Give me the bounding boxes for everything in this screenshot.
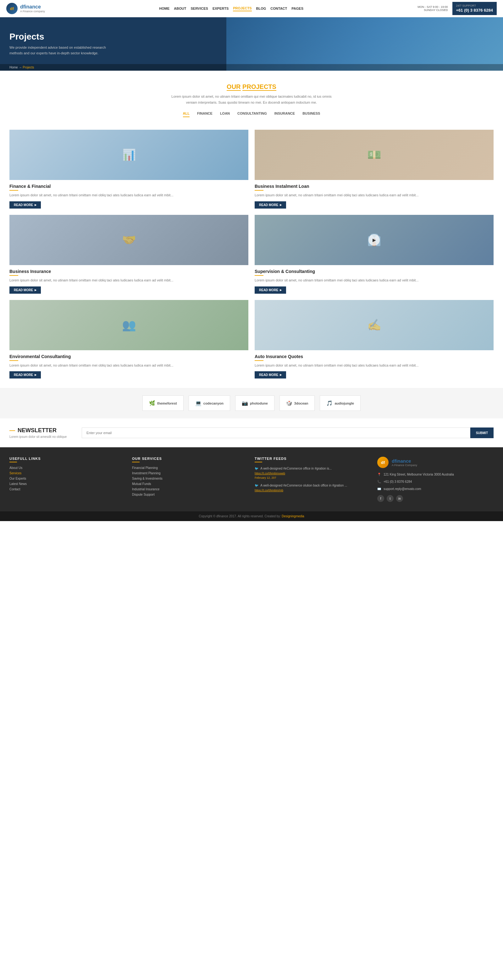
partner-photodune[interactable]: 📷 photodune bbox=[235, 395, 275, 411]
footer-service-1-anchor[interactable]: Investment Planning bbox=[132, 471, 161, 475]
footer-email-row: ✉️ support.reply@envato.com bbox=[377, 486, 493, 492]
footer-service-2-anchor[interactable]: Saving & Investments bbox=[132, 477, 163, 480]
project-readmore-2[interactable]: READ MORE bbox=[255, 201, 286, 208]
nav-pages[interactable]: PAGES bbox=[291, 6, 303, 11]
filter-consultanting[interactable]: CONSULTANTING bbox=[237, 111, 267, 117]
twitter-icon-0: 🐦 bbox=[255, 467, 259, 470]
project-readmore-3[interactable]: READ MORE bbox=[10, 286, 41, 294]
project-desc-1: Lorem ipsum dolor sit amet, no utinam tr… bbox=[10, 192, 248, 198]
codecanyon-icon: 💻 bbox=[195, 400, 201, 406]
footer-service-4-anchor[interactable]: Industrial Insurance bbox=[132, 487, 160, 491]
tweet-link-0[interactable]: https://t.co/0hm6imvweb bbox=[255, 472, 285, 475]
phone-icon: 📞 bbox=[377, 479, 382, 485]
breadcrumb-home[interactable]: Home bbox=[10, 66, 18, 69]
project-readmore-4[interactable]: READ MORE bbox=[255, 286, 286, 294]
nav-about[interactable]: ABOUT bbox=[174, 6, 186, 11]
footer-brand-sub: A Finance Company bbox=[392, 464, 417, 467]
tweet-0: 🐦 A well-designed #eCommerce office in #… bbox=[255, 466, 371, 480]
partner-label-4: audiojungle bbox=[334, 401, 354, 405]
project-card-4: 👔 ▶ Supervision & Consultanting Lorem ip… bbox=[255, 215, 493, 294]
footer-link-experts: Our Experts bbox=[10, 477, 126, 480]
location-icon: 📍 bbox=[377, 472, 382, 477]
project-image-2: 💵 bbox=[255, 130, 493, 180]
footer-service-3-anchor[interactable]: Mutual Funds bbox=[132, 482, 151, 485]
hero-title: Projects bbox=[10, 32, 110, 42]
footer-link-latestnews-anchor[interactable]: Latest News bbox=[10, 482, 27, 485]
footer-service-4: Industrial Insurance bbox=[132, 487, 248, 491]
newsletter-email-input[interactable] bbox=[82, 428, 470, 438]
project-readmore-5[interactable]: READ MORE bbox=[10, 371, 41, 379]
partner-audiojungle[interactable]: 🎵 audiojungle bbox=[320, 395, 361, 411]
filter-insurance[interactable]: INSURANCE bbox=[275, 111, 295, 117]
projects-heading-plain: OUR bbox=[227, 83, 241, 91]
footer-service-5-anchor[interactable]: Dispute Support bbox=[132, 493, 155, 496]
play-button-icon[interactable]: ▶ bbox=[369, 234, 380, 246]
project-icon-3: 🤝 bbox=[10, 215, 248, 265]
project-image-6: ✍️ bbox=[255, 300, 493, 350]
project-title-1: Finance & Financial bbox=[10, 184, 248, 191]
newsletter-submit-button[interactable]: SUBMIT bbox=[470, 428, 493, 438]
footer-service-3: Mutual Funds bbox=[132, 482, 248, 485]
linkedin-icon[interactable]: in bbox=[396, 495, 403, 502]
twitter-social-icon[interactable]: t bbox=[387, 495, 394, 502]
footer-link-services-anchor[interactable]: Services bbox=[10, 471, 21, 475]
project-readmore-6[interactable]: READ MORE bbox=[255, 371, 286, 379]
nav-home[interactable]: HOME bbox=[159, 6, 169, 11]
project-icon-5: 👥 bbox=[10, 300, 248, 350]
nav-services[interactable]: SERVICES bbox=[190, 6, 208, 11]
footer-email: support.reply@envato.com bbox=[383, 486, 421, 492]
footer-link-aboutus-anchor[interactable]: About Us bbox=[10, 466, 22, 469]
project-icon-2: 💵 bbox=[255, 130, 493, 180]
footer-service-0-anchor[interactable]: Financial Planning bbox=[132, 466, 158, 469]
email-icon: ✉️ bbox=[377, 486, 382, 492]
breadcrumb-separator: → bbox=[19, 66, 22, 69]
hero-section: Projects We provide independent advice b… bbox=[0, 17, 503, 71]
photodune-icon: 📷 bbox=[242, 400, 248, 406]
partner-3docean[interactable]: 🎲 3docean bbox=[279, 395, 315, 411]
copyright-bar: Copyright © dfinance 2017. All rights re… bbox=[0, 511, 503, 521]
nav-blog[interactable]: BLOG bbox=[256, 6, 266, 11]
support-phone: +61 (0) 3 8376 6284 bbox=[456, 8, 493, 13]
footer-link-latestnews: Latest News bbox=[10, 482, 126, 485]
footer-link-contact-anchor[interactable]: Contact bbox=[10, 487, 20, 491]
project-desc-4: Lorem ipsum dolor sit amet, no utinam tr… bbox=[255, 278, 493, 283]
nav-contact[interactable]: CONTACT bbox=[270, 6, 287, 11]
footer-contact-col: df dfinance A Finance Company 📍 121 King… bbox=[377, 457, 493, 502]
project-card-6: ✍️ Auto Insurance Quotes Lorem ipsum dol… bbox=[255, 300, 493, 379]
project-card-3: 🤝 Business Insurance Lorem ipsum dolor s… bbox=[10, 215, 248, 294]
partners-section: 🌿 themeforest 💻 codecanyon 📷 photodune 🎲… bbox=[0, 388, 503, 418]
project-image-4: 👔 ▶ bbox=[255, 215, 493, 265]
time-line1: MON - SAT 9:00 - 19:00 bbox=[417, 5, 448, 8]
filter-loan[interactable]: LOAN bbox=[220, 111, 230, 117]
project-image-1: 📊 bbox=[10, 130, 248, 180]
partner-codecanyon[interactable]: 💻 codecanyon bbox=[188, 395, 230, 411]
nav-experts[interactable]: EXPERTS bbox=[212, 6, 228, 11]
breadcrumb-current: Projects bbox=[22, 66, 34, 69]
copyright-author[interactable]: Designingmedia bbox=[282, 514, 304, 518]
project-card-1: 📊 Finance & Financial Lorem ipsum dolor … bbox=[10, 130, 248, 208]
project-readmore-1[interactable]: READ MORE bbox=[10, 201, 41, 208]
newsletter-form: SUBMIT bbox=[82, 428, 493, 438]
footer-useful-links: USEFULL LINKS About Us Services Our Expe… bbox=[10, 457, 126, 502]
facebook-icon[interactable]: f bbox=[377, 495, 384, 502]
footer-service-0: Financial Planning bbox=[132, 466, 248, 469]
filter-finance[interactable]: FINANCE bbox=[197, 111, 212, 117]
our-projects-section: OUR PROJECTS Lorem ipsum dolor sit amet,… bbox=[0, 71, 503, 130]
partner-themeforest[interactable]: 🌿 themeforest bbox=[142, 395, 184, 411]
footer: USEFULL LINKS About Us Services Our Expe… bbox=[0, 447, 503, 511]
filter-all[interactable]: ALL bbox=[183, 111, 190, 117]
filter-business[interactable]: BUSINESS bbox=[302, 111, 320, 117]
project-title-3: Business Insurance bbox=[10, 269, 248, 276]
logo-initials: df bbox=[10, 6, 14, 11]
support-title: 24/7 SUPPORT bbox=[456, 4, 493, 8]
3docean-icon: 🎲 bbox=[286, 400, 292, 406]
project-card-2: 💵 Business Instalment Loan Lorem ipsum d… bbox=[255, 130, 493, 208]
hero-content: Projects We provide independent advice b… bbox=[10, 32, 110, 56]
footer-link-experts-anchor[interactable]: Our Experts bbox=[10, 477, 26, 480]
project-desc-2: Lorem ipsum dolor sit amet, no utinam tr… bbox=[255, 192, 493, 198]
newsletter-subtitle: Lorem ipsum dolor sit amesdit no oblique bbox=[10, 435, 72, 439]
tweet-link-1[interactable]: https://t.co/0hm6im/mb bbox=[255, 489, 283, 492]
nav-projects[interactable]: PROJECTS bbox=[233, 6, 251, 11]
brand-name: dfinance bbox=[20, 4, 45, 10]
project-title-2: Business Instalment Loan bbox=[255, 184, 493, 191]
